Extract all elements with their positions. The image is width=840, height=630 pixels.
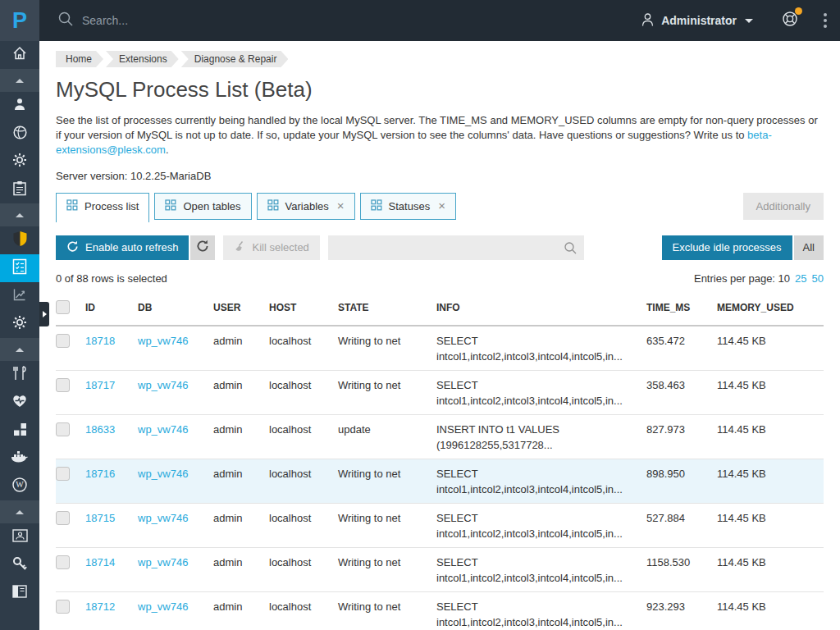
sidebar-item-statistics[interactable] [0, 282, 39, 310]
main-content: Home Extensions Diagnose & Repair MySQL … [39, 41, 840, 630]
host-cell: localhost [269, 326, 338, 371]
time-ms-cell: 923.293 [646, 591, 717, 630]
enable-auto-refresh-button[interactable]: Enable auto refresh [56, 235, 189, 260]
host-cell: localhost [269, 547, 338, 591]
tab-open-tables[interactable]: Open tables [154, 193, 251, 220]
process-id-link[interactable]: 18715 [85, 512, 115, 524]
sidebar-collapse-toggle[interactable] [0, 500, 39, 523]
db-link[interactable]: wp_vw746 [138, 512, 188, 524]
host-cell: localhost [269, 503, 338, 547]
sidebar-collapse-toggle[interactable] [0, 203, 39, 226]
info-line1: SELECT [436, 556, 640, 568]
db-link[interactable]: wp_vw746 [138, 379, 188, 391]
table-row: 18714 wp_vw746 admin localhost Writing t… [56, 547, 824, 591]
info-line2: intcol1,intcol2,intcol3,intcol4,intcol5,… [436, 350, 640, 363]
row-checkbox[interactable] [56, 555, 70, 569]
line-chart-icon [11, 286, 28, 306]
sidebar-item-settings[interactable] [0, 148, 39, 176]
db-link[interactable]: wp_vw746 [138, 423, 188, 436]
breadcrumb-home[interactable]: Home [56, 51, 103, 67]
info-cell: SELECTintcol1,intcol2,intcol3,intcol4,in… [436, 326, 646, 371]
row-checkbox[interactable] [56, 422, 70, 436]
additionally-button[interactable]: Additionally [743, 193, 824, 220]
process-id-link[interactable]: 18716 [85, 468, 115, 480]
tab-variables[interactable]: Variables × [257, 193, 355, 220]
entries-25-link[interactable]: 25 [795, 272, 806, 285]
memory-cell: 114.45 KB [717, 503, 824, 547]
row-checkbox[interactable] [56, 378, 70, 392]
process-id-link[interactable]: 18712 [85, 600, 115, 613]
breadcrumb-extensions[interactable]: Extensions [106, 51, 179, 67]
table-row: 18715 wp_vw746 admin localhost Writing t… [56, 503, 824, 547]
column-header-user: USER [213, 293, 269, 326]
sidebar-item-process-list[interactable] [0, 254, 39, 282]
search-icon [564, 241, 578, 255]
process-id-link[interactable]: 18717 [85, 379, 115, 391]
db-link[interactable]: wp_vw746 [138, 335, 188, 347]
sidebar-item-extensions[interactable] [0, 417, 39, 445]
sidebar-collapse-toggle[interactable] [0, 338, 39, 361]
sidebar-item-tools-settings[interactable] [0, 310, 39, 338]
state-cell: Writing to net [338, 370, 436, 414]
sidebar-item-security-advisor[interactable] [0, 226, 39, 254]
state-cell: Writing to net [338, 503, 436, 547]
state-cell: update [338, 414, 436, 459]
entries-50-link[interactable]: 50 [812, 272, 824, 285]
kill-selected-button[interactable]: Kill selected [223, 235, 319, 260]
exclude-idle-processes-button[interactable]: Exclude idle processes [662, 235, 792, 260]
sidebar-item-domains[interactable] [0, 120, 39, 148]
user-cell: admin [213, 547, 269, 591]
sidebar-item-users[interactable] [0, 92, 39, 120]
home-icon [11, 45, 28, 65]
refresh-button[interactable] [190, 235, 215, 260]
sidebar-item-tasks[interactable] [0, 176, 39, 203]
process-id-link[interactable]: 18714 [85, 556, 115, 568]
db-link[interactable]: wp_vw746 [138, 556, 188, 568]
table-row: 18633 wp_vw746 admin localhost update IN… [56, 414, 824, 459]
user-cell: admin [213, 591, 269, 630]
info-cell: INSERT INTO t1 VALUES(1996128255,5317728… [436, 414, 646, 459]
row-checkbox[interactable] [56, 511, 70, 525]
sidebar-item-keys[interactable] [0, 551, 39, 579]
user-cell: admin [213, 326, 269, 371]
photo-card-icon [12, 529, 28, 546]
all-processes-button[interactable]: All [794, 235, 824, 260]
kebab-menu-icon[interactable] [824, 19, 827, 22]
close-icon[interactable]: × [438, 201, 445, 211]
select-all-checkbox[interactable] [56, 300, 70, 314]
tab-statuses[interactable]: Statuses × [360, 193, 456, 220]
sidebar-item-home[interactable] [0, 41, 39, 69]
sidebar-item-docker[interactable] [0, 445, 39, 472]
process-id-link[interactable]: 18633 [85, 423, 115, 436]
host-cell: localhost [269, 370, 338, 414]
table-header-row: ID DB USER HOST STATE INFO TIME_MS MEMOR… [56, 293, 824, 326]
sidebar-item-wordpress[interactable]: W [0, 472, 39, 500]
info-line1: SELECT [436, 468, 640, 480]
row-checkbox[interactable] [56, 467, 70, 481]
sidebar-collapse-toggle[interactable] [0, 69, 39, 92]
sidebar-flyout-handle[interactable] [39, 302, 49, 326]
sidebar-item-health-monitor[interactable] [0, 389, 39, 417]
table-filter-input[interactable] [328, 235, 584, 260]
table-filter [328, 235, 584, 260]
plesk-logo[interactable]: P [0, 0, 39, 41]
user-menu[interactable]: Administrator [641, 12, 753, 30]
db-link[interactable]: wp_vw746 [138, 600, 188, 613]
user-cell: admin [213, 414, 269, 459]
close-icon[interactable]: × [337, 201, 345, 211]
global-search-input[interactable] [82, 14, 410, 27]
help-button[interactable] [781, 10, 799, 31]
host-cell: localhost [269, 414, 338, 459]
process-id-link[interactable]: 18718 [85, 335, 115, 347]
db-link[interactable]: wp_vw746 [138, 468, 188, 480]
breadcrumb-diagnose-repair[interactable]: Diagnose & Repair [181, 51, 289, 67]
sidebar-item-backup[interactable] [0, 523, 39, 551]
sidebar-item-utilities[interactable] [0, 361, 39, 389]
row-checkbox[interactable] [56, 334, 70, 348]
column-header-info: INFO [436, 293, 646, 326]
info-line1: SELECT [436, 512, 640, 524]
row-checkbox[interactable] [56, 600, 70, 614]
sidebar-item-layout[interactable] [0, 579, 39, 607]
tab-process-list[interactable]: Process list [56, 193, 149, 222]
gear-icon [11, 314, 28, 334]
